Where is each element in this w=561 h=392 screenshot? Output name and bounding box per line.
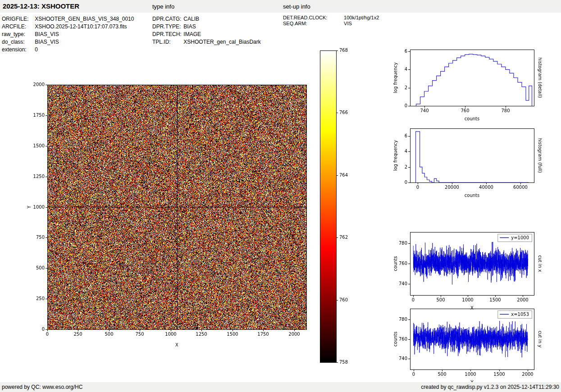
- dprtech-label: DPR.TECH:: [152, 31, 182, 38]
- seqarm-value: VIS: [344, 21, 352, 26]
- seqarm-label: SEQ.ARM:: [283, 21, 342, 27]
- page-title: 2025-12-13: XSHOOTER: [3, 2, 79, 10]
- bias-image-heatmap: [18, 76, 315, 351]
- file-info-block: ORIGFILE: XSHOOTER_GEN_BIAS_VIS_348_0010…: [2, 15, 134, 54]
- histogram-full-plot: [390, 122, 545, 205]
- dprtype-value: BIAS: [183, 23, 196, 30]
- info-row-origfile: ORIGFILE: XSHOOTER_GEN_BIAS_VIS_348_0010: [2, 15, 134, 23]
- info-row-seqarm: SEQ.ARM: VIS: [283, 21, 379, 27]
- info-row-tplid: TPL.ID: XSHOOTER_gen_cal_BiasDark: [152, 38, 261, 46]
- doclass-label: do_class:: [2, 38, 33, 46]
- header-bar: 2025-12-13: XSHOOTER type info set-up in…: [0, 0, 561, 13]
- info-row-dprtype: DPR.TYPE: BIAS: [152, 23, 261, 31]
- arcfile-label: ARCFILE:: [2, 23, 33, 31]
- dprcatg-label: DPR.CATG:: [152, 15, 182, 23]
- setup-info-block: DET.READ.CLOCK: 100k/1pt/hg/1x2 SEQ.ARM:…: [283, 15, 379, 27]
- rawtype-label: raw_type:: [2, 31, 33, 38]
- extension-label: extension:: [2, 46, 33, 54]
- readclock-value: 100k/1pt/hg/1x2: [344, 15, 379, 20]
- arcfile-value: XSHOO.2025-12-14T10:17:07.073.fits: [35, 23, 127, 30]
- dprtech-value: IMAGE: [183, 31, 201, 37]
- info-row-extension: extension: 0: [2, 46, 134, 54]
- readclock-label: DET.READ.CLOCK:: [283, 15, 342, 21]
- info-row-doclass: do_class: BIAS_VIS: [2, 38, 134, 46]
- info-row-dprtech: DPR.TECH: IMAGE: [152, 31, 261, 38]
- cut-in-y-plot: [390, 302, 545, 387]
- cut-in-x-plot: [390, 225, 545, 312]
- info-row-rawtype: raw_type: BIAS_VIS: [2, 31, 134, 38]
- rawtype-value: BIAS_VIS: [35, 31, 59, 37]
- histogram-detail-plot: [390, 43, 545, 127]
- qc-report-page: 2025-12-13: XSHOOTER type info set-up in…: [0, 0, 561, 392]
- tplid-label: TPL.ID:: [152, 38, 182, 46]
- origfile-label: ORIGFILE:: [2, 15, 33, 23]
- info-row-arcfile: ARCFILE: XSHOO.2025-12-14T10:17:07.073.f…: [2, 23, 134, 31]
- setup-info-heading: set-up info: [283, 3, 310, 10]
- info-row-dprcatg: DPR.CATG: CALIB: [152, 15, 261, 23]
- type-info-heading: type info: [152, 3, 174, 10]
- footer-powered-by: powered by QC: www.eso.org/HC: [2, 384, 82, 390]
- doclass-value: BIAS_VIS: [35, 39, 59, 45]
- footer-created-by: created by qc_rawdisp.py v1.2.3 on 2025-…: [421, 384, 559, 390]
- origfile-value: XSHOOTER_GEN_BIAS_VIS_348_0010: [35, 16, 134, 22]
- footer-bar: powered by QC: www.eso.org/HC created by…: [0, 382, 561, 392]
- info-row-readclock: DET.READ.CLOCK: 100k/1pt/hg/1x2: [283, 15, 379, 21]
- colorbar: [315, 45, 358, 367]
- extension-value: 0: [35, 46, 38, 53]
- dprtype-label: DPR.TYPE:: [152, 23, 182, 31]
- dprcatg-value: CALIB: [183, 16, 199, 22]
- tplid-value: XSHOOTER_gen_cal_BiasDark: [183, 39, 260, 45]
- type-info-block: DPR.CATG: CALIB DPR.TYPE: BIAS DPR.TECH:…: [152, 15, 261, 46]
